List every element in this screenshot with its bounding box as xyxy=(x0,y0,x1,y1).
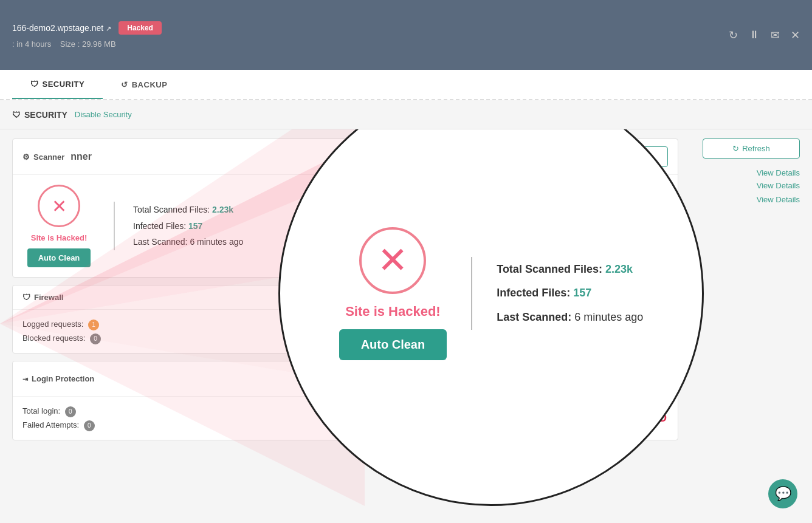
chat-icon: 💬 xyxy=(775,486,791,502)
shield-icon: 🛡 xyxy=(30,80,39,89)
view-details-link-2[interactable]: View Details xyxy=(703,181,800,190)
login-icon xyxy=(22,374,28,383)
refresh-button[interactable]: Refresh xyxy=(703,138,800,159)
shield-icon-sm: 🛡 xyxy=(12,110,21,120)
scanner-title-text: nner xyxy=(71,151,92,162)
zoom-divider xyxy=(471,257,472,330)
hacked-indicator: ✕ Site is Hacked! Auto Clean xyxy=(22,185,95,267)
total-login-badge: 0 xyxy=(65,406,76,417)
pause-icon[interactable]: ⏸ xyxy=(749,29,760,41)
zoom-infected: Infected Files: 157 xyxy=(497,281,643,306)
security-title: 🛡 SECURITY xyxy=(12,110,67,120)
zoom-x-icon: ✕ xyxy=(377,242,408,279)
total-login: Total login: 0 xyxy=(22,404,95,418)
right-panel: Refresh View Details View Details View D… xyxy=(703,138,800,208)
failed-attempts: Failed Attempts: 0 xyxy=(22,418,95,432)
zoom-total-scanned: Total Scanned Files: 2.23k xyxy=(497,258,643,282)
shield-icon-fw: 🛡 xyxy=(22,293,30,302)
top-bar-icons: ↻ ⏸ ✉ ✕ xyxy=(729,29,800,42)
site-url[interactable]: 166-demo2.wpstage.net xyxy=(12,23,111,33)
zoom-auto-clean-button[interactable]: Auto Clean xyxy=(339,329,447,360)
zoom-content: ✕ Site is Hacked! Auto Clean Total Scann… xyxy=(315,203,668,385)
auto-clean-button[interactable]: Auto Clean xyxy=(27,248,91,267)
blocked-requests: Blocked requests: 0 xyxy=(22,331,101,345)
failed-badge: 0 xyxy=(84,420,95,431)
view-details-link-3[interactable]: View Details xyxy=(703,195,800,204)
last-scanned: Last Scanned: 6 minutes ago xyxy=(133,234,243,250)
x-icon: ✕ xyxy=(52,196,67,217)
firewall-title: 🛡 Firewall xyxy=(22,293,63,302)
disable-security-link[interactable]: Disable Security xyxy=(75,110,132,119)
hacked-circle: ✕ xyxy=(38,185,80,227)
login-stats: Total login: 0 Failed Attempts: 0 xyxy=(22,404,95,432)
total-scanned: Total Scanned Files: 2.23k xyxy=(133,202,243,218)
scanner-title: Scanner nner xyxy=(22,151,92,162)
zoom-hacked-indicator: ✕ Site is Hacked! Auto Clean xyxy=(339,227,447,360)
view-details-link-1[interactable]: View Details xyxy=(703,168,800,177)
logged-badge: 1 xyxy=(88,320,99,330)
message-icon[interactable]: ✉ xyxy=(771,29,780,42)
chat-button[interactable]: 💬 xyxy=(768,479,797,508)
hacked-status-text: Site is Hacked! xyxy=(31,233,88,242)
backup-icon: ↺ xyxy=(121,80,128,89)
login-title: Login Protection xyxy=(22,374,94,383)
refresh-icon xyxy=(732,144,739,153)
refresh-icon[interactable]: ↻ xyxy=(729,29,738,42)
backup-info: : in 4 hours Size : 29.96 MB xyxy=(12,39,800,49)
zoom-last-scanned: Last Scanned: 6 minutes ago xyxy=(497,306,643,330)
infected-files: Infected Files: 157 xyxy=(133,218,243,234)
hacked-badge: Hacked xyxy=(119,21,162,35)
gear-icon xyxy=(22,152,30,162)
zoom-stats: Total Scanned Files: 2.23k Infected File… xyxy=(497,258,643,330)
logged-requests: Logged requests: 1 xyxy=(22,317,101,331)
scan-stats: Total Scanned Files: 2.23k Infected File… xyxy=(133,202,243,250)
external-link-icon xyxy=(106,23,111,33)
tab-backup[interactable]: ↺ BACKUP xyxy=(103,70,185,99)
security-header: 🛡 SECURITY Disable Security xyxy=(0,100,812,129)
tab-security[interactable]: 🛡 SECURITY xyxy=(12,70,103,99)
close-icon[interactable]: ✕ xyxy=(791,29,800,42)
nav-tabs: 🛡 SECURITY ↺ BACKUP xyxy=(0,70,812,100)
zoom-hacked-text: Site is Hacked! xyxy=(345,304,441,320)
scan-divider xyxy=(114,202,115,250)
firewall-stats: Logged requests: 1 Blocked requests: 0 xyxy=(22,317,101,346)
top-bar: 166-demo2.wpstage.net Hacked : in 4 hour… xyxy=(0,0,812,70)
zoom-hacked-circle: ✕ xyxy=(359,227,426,294)
main-content: Scanner nner Scan Now ✕ Site is Hacked! … xyxy=(0,129,812,523)
zoom-overlay: ✕ Site is Hacked! Auto Clean Total Scann… xyxy=(278,129,704,506)
blocked-badge: 0 xyxy=(90,333,101,344)
